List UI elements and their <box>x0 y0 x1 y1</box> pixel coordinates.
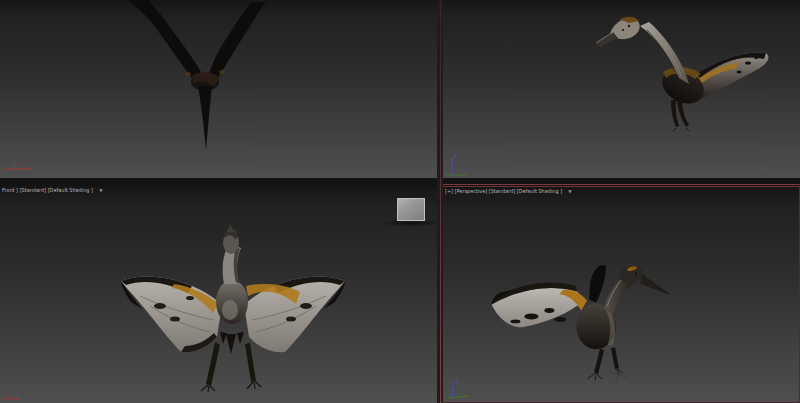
pivot-cross <box>610 367 630 382</box>
axis-x-label: x <box>13 160 17 167</box>
per-view-label-menu-icon[interactable]: ▼ <box>99 189 102 193</box>
box-object[interactable] <box>397 198 425 221</box>
world-axis-gizmo: x <box>2 391 20 399</box>
axis-z-label: z <box>455 378 459 385</box>
axis-z-label: z <box>454 151 458 158</box>
viewport-splitter-line <box>440 0 441 403</box>
viewport-label-front[interactable]: Front ] [Standard] [Default Shading ] ▼ <box>2 188 102 194</box>
quad-viewport-screen: x <box>0 0 800 403</box>
viewport-splitter-vertical[interactable] <box>437 0 443 403</box>
world-axis-gizmo: z <box>446 151 467 175</box>
viewport-top-right[interactable]: z <box>443 0 800 178</box>
world-axis-gizmo: x <box>3 160 31 169</box>
top-view-canvas: x <box>0 0 437 178</box>
per-view-label-menu-icon[interactable]: ▼ <box>568 190 571 194</box>
side-view-canvas: z <box>443 0 800 178</box>
model-silhouette[interactable] <box>127 0 266 150</box>
viewport-label-text[interactable]: Front ] [Standard] [Default Shading ] <box>2 188 93 194</box>
viewport-splitter-horizontal[interactable] <box>0 178 800 186</box>
viewport-label-text[interactable]: [+] [Perspective] [Standard] [Default Sh… <box>445 189 562 195</box>
viewport-perspective[interactable]: z [+] [Perspective] [Standard] [Default … <box>443 186 800 403</box>
model-side-view[interactable] <box>596 17 768 131</box>
front-view-canvas: x <box>0 186 437 403</box>
world-axis-gizmo: z <box>448 378 470 398</box>
viewport-front[interactable]: x Front ] [Standard] [Default Shading ] … <box>0 186 437 403</box>
perspective-view-canvas: z <box>443 187 800 403</box>
viewport-top-left[interactable]: x <box>0 0 437 178</box>
model-perspective-view[interactable] <box>492 265 672 382</box>
model-front-view[interactable] <box>121 224 345 392</box>
axis-x-label: x <box>8 391 12 398</box>
viewport-label-perspective[interactable]: [+] [Perspective] [Standard] [Default Sh… <box>445 189 572 195</box>
active-viewport-top-border <box>437 184 800 185</box>
